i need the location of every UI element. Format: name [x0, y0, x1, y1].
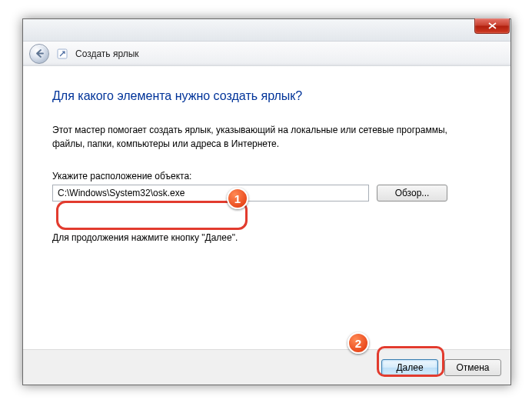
path-field-label: Укажите расположение объекта: — [52, 171, 481, 182]
dialog-footer: Далее Отмена — [23, 349, 510, 385]
continue-hint: Для продолжения нажмите кнопку "Далее". — [52, 232, 481, 243]
description-text: Этот мастер помогает создать ярлык, указ… — [52, 123, 481, 151]
next-button[interactable]: Далее — [381, 359, 438, 376]
dialog-window: Создать ярлык Для какого элемента нужно … — [22, 18, 511, 385]
path-input[interactable] — [52, 185, 369, 202]
shortcut-icon — [57, 48, 68, 59]
navbar: Создать ярлык — [23, 42, 510, 66]
browse-button[interactable]: Обзор... — [377, 185, 447, 202]
nav-title: Создать ярлык — [75, 48, 139, 59]
back-arrow-icon — [35, 48, 45, 58]
path-field-row: Обзор... — [52, 185, 481, 202]
close-icon — [488, 22, 497, 29]
cancel-button[interactable]: Отмена — [444, 359, 501, 376]
back-button[interactable] — [29, 44, 49, 64]
content-area: Для какого элемента нужно создать ярлык?… — [23, 66, 510, 361]
page-heading: Для какого элемента нужно создать ярлык? — [52, 89, 481, 103]
close-button[interactable] — [474, 18, 510, 34]
titlebar — [23, 19, 510, 42]
